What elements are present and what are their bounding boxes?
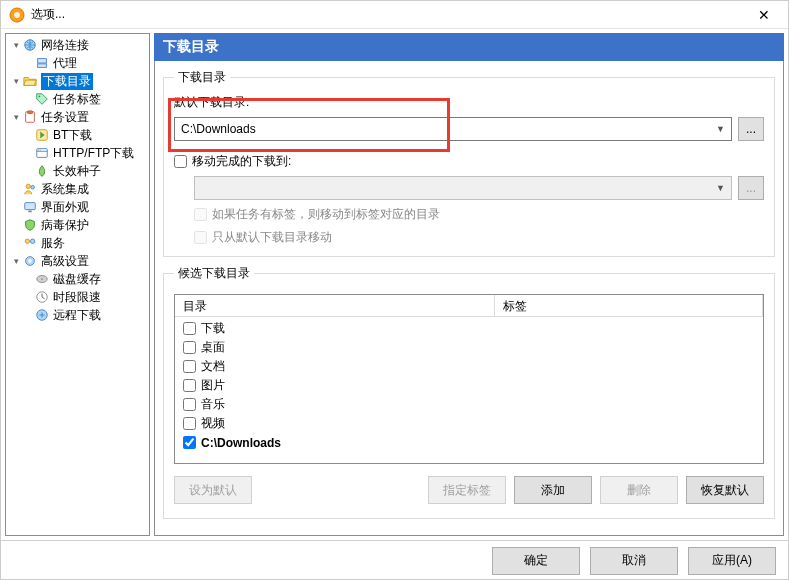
sidebar-item-antivirus[interactable]: 病毒保护	[6, 216, 149, 234]
add-button[interactable]: 添加	[514, 476, 592, 504]
remote-icon	[34, 307, 50, 323]
disk-icon	[34, 271, 50, 287]
reset-button[interactable]: 恢复默认	[686, 476, 764, 504]
row-checkbox[interactable]	[183, 398, 196, 411]
if-tag-checkbox	[194, 208, 207, 221]
row-checkbox[interactable]	[183, 417, 196, 430]
svg-rect-15	[28, 211, 32, 213]
table-header: 目录 标签	[175, 295, 763, 317]
panel-body: 下载目录 默认下载目录: C:\Downloads ▼ ... 移动完成的下载到…	[154, 61, 784, 536]
expand-icon[interactable]: ▾	[10, 112, 22, 122]
expand-icon[interactable]: ▾	[10, 40, 22, 50]
label: 任务标签	[53, 91, 101, 108]
table-row[interactable]: 音乐	[179, 395, 759, 414]
sidebar-item-seed[interactable]: 长效种子	[6, 162, 149, 180]
svg-point-1	[14, 12, 20, 18]
label: 网络连接	[41, 37, 89, 54]
sidebar-item-appearance[interactable]: 界面外观	[6, 198, 149, 216]
svg-point-11	[40, 149, 41, 150]
table-row[interactable]: 文档	[179, 357, 759, 376]
http-icon	[34, 145, 50, 161]
monitor-icon	[22, 199, 38, 215]
seed-icon	[34, 163, 50, 179]
svg-rect-4	[38, 64, 47, 68]
apply-button[interactable]: 应用(A)	[688, 547, 776, 575]
fieldset-legend: 下载目录	[174, 69, 230, 86]
sidebar-item-task-tags[interactable]: 任务标签	[6, 90, 149, 108]
ok-button[interactable]: 确定	[492, 547, 580, 575]
label: 远程下载	[53, 307, 101, 324]
server-icon	[34, 55, 50, 71]
sidebar-item-bt[interactable]: BT下载	[6, 126, 149, 144]
panel-title: 下载目录	[154, 33, 784, 61]
sidebar-tree[interactable]: ▾ 网络连接 代理 ▾ 下载目录 任务标签 ▾ 任务设置 BT下载 HTT	[5, 33, 150, 536]
table-row[interactable]: 视频	[179, 414, 759, 433]
table-row[interactable]: C:\Downloads	[179, 433, 759, 452]
label: 界面外观	[41, 199, 89, 216]
label: BT下载	[53, 127, 92, 144]
titlebar: 选项... ✕	[1, 1, 788, 29]
svg-point-5	[39, 96, 41, 98]
svg-rect-7	[27, 111, 32, 114]
users-icon	[22, 235, 38, 251]
browse-default-dir-button[interactable]: ...	[738, 117, 764, 141]
sidebar-item-disk-cache[interactable]: 磁盘缓存	[6, 270, 149, 288]
default-dir-label: 默认下载目录:	[174, 94, 764, 111]
candidate-dir-fieldset: 候选下载目录 目录 标签 下载桌面文档图片音乐视频C:\Downloads 设为…	[163, 265, 775, 519]
globe-icon	[22, 37, 38, 53]
table-row[interactable]: 桌面	[179, 338, 759, 357]
move-done-label: 移动完成的下载到:	[192, 153, 291, 170]
row-label: 图片	[201, 377, 225, 394]
svg-rect-3	[38, 59, 47, 63]
svg-rect-14	[25, 203, 36, 210]
label: 病毒保护	[41, 217, 89, 234]
default-dir-combo[interactable]: C:\Downloads ▼	[174, 117, 732, 141]
main-panel: 下载目录 下载目录 默认下载目录: C:\Downloads ▼ ... 移动完…	[154, 33, 784, 536]
label: 下载目录	[41, 73, 93, 90]
chevron-down-icon: ▼	[716, 124, 725, 134]
shield-icon	[22, 217, 38, 233]
close-button[interactable]: ✕	[748, 1, 780, 29]
candidate-buttons: 设为默认 指定标签 添加 删除 恢复默认	[174, 476, 764, 504]
sidebar-item-proxy[interactable]: 代理	[6, 54, 149, 72]
candidate-table[interactable]: 目录 标签 下载桌面文档图片音乐视频C:\Downloads	[174, 294, 764, 464]
row-label: C:\Downloads	[201, 436, 281, 450]
task-icon	[22, 109, 38, 125]
sidebar-item-network[interactable]: ▾ 网络连接	[6, 36, 149, 54]
label: 长效种子	[53, 163, 101, 180]
delete-button: 删除	[600, 476, 678, 504]
label: 高级设置	[41, 253, 89, 270]
row-checkbox[interactable]	[183, 341, 196, 354]
app-icon	[9, 7, 25, 23]
row-checkbox[interactable]	[183, 379, 196, 392]
row-checkbox[interactable]	[183, 322, 196, 335]
cancel-button[interactable]: 取消	[590, 547, 678, 575]
row-checkbox[interactable]	[183, 360, 196, 373]
sidebar-item-http[interactable]: HTTP/FTP下载	[6, 144, 149, 162]
sidebar-item-advanced[interactable]: ▾ 高级设置	[6, 252, 149, 270]
move-done-checkbox[interactable]	[174, 155, 187, 168]
col-tag[interactable]: 标签	[495, 295, 763, 316]
table-body: 下载桌面文档图片音乐视频C:\Downloads	[175, 317, 763, 454]
bt-icon	[34, 127, 50, 143]
col-dir[interactable]: 目录	[175, 295, 495, 316]
table-row[interactable]: 图片	[179, 376, 759, 395]
sidebar-item-download-dir[interactable]: ▾ 下载目录	[6, 72, 149, 90]
sidebar-item-system[interactable]: 系统集成	[6, 180, 149, 198]
label: 服务	[41, 235, 65, 252]
sidebar-item-remote[interactable]: 远程下载	[6, 306, 149, 324]
expand-icon[interactable]: ▾	[10, 256, 22, 266]
label: 磁盘缓存	[53, 271, 101, 288]
default-dir-value: C:\Downloads	[181, 122, 256, 136]
sidebar-item-schedule[interactable]: 时段限速	[6, 288, 149, 306]
label: 任务设置	[41, 109, 89, 126]
table-row[interactable]: 下载	[179, 319, 759, 338]
sidebar-item-services[interactable]: 服务	[6, 234, 149, 252]
svg-point-21	[41, 278, 43, 280]
svg-point-12	[26, 184, 30, 188]
expand-icon[interactable]: ▾	[10, 76, 22, 86]
sidebar-item-task-settings[interactable]: ▾ 任务设置	[6, 108, 149, 126]
svg-point-13	[31, 186, 35, 190]
row-checkbox[interactable]	[183, 436, 196, 449]
only-default-checkbox	[194, 231, 207, 244]
